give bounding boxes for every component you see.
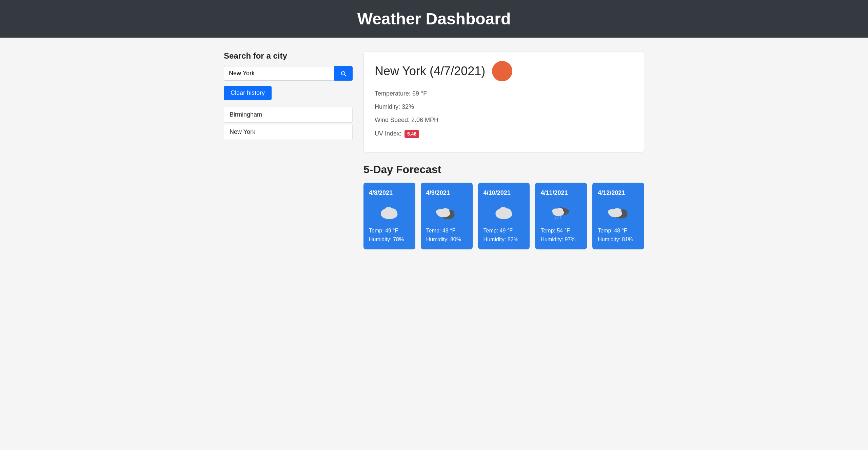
cloud-icon: [492, 204, 516, 221]
forecast-icon-day4: [540, 202, 581, 222]
app-header: Weather Dashboard: [0, 0, 868, 38]
svg-line-19: [555, 217, 556, 219]
search-icon: [340, 70, 347, 77]
forecast-temp-day2: Temp: 48 °F: [426, 228, 467, 234]
forecast-humidity-day3: Humidity: 82%: [484, 237, 525, 243]
partly-cloudy-icon: [435, 204, 458, 221]
rainy-icon: [549, 204, 573, 221]
svg-point-9: [441, 208, 450, 214]
history-list: Birmingham New York: [224, 107, 353, 140]
temperature-detail: Temperature: 69 °F: [375, 89, 633, 98]
history-item[interactable]: Birmingham: [224, 107, 353, 123]
forecast-card-day5: 4/12/2021 Temp: 48 °F Humidity: 81%: [592, 183, 644, 249]
uv-index-detail: UV Index: 5.48: [375, 129, 633, 138]
forecast-date-day2: 4/9/2021: [426, 189, 467, 197]
forecast-humidity-day2: Humidity: 80%: [426, 237, 467, 243]
sun-icon: [492, 61, 512, 81]
forecast-icon-day1: [369, 202, 410, 222]
sidebar: Search for a city Clear history Birmingh…: [224, 51, 353, 249]
forecast-date-day4: 4/11/2021: [540, 189, 581, 197]
forecast-date-day5: 4/12/2021: [598, 189, 639, 197]
current-weather-card: New York (4/7/2021) Temperature: 69 °F H…: [363, 51, 644, 152]
forecast-card-day2: 4/9/2021 Temp: 48 °F Humidity: 80%: [421, 183, 473, 249]
forecast-section: 5-Day Forecast 4/8/2021 Temp: 49 °F: [363, 163, 644, 249]
clear-history-button[interactable]: Clear history: [224, 86, 272, 100]
app-title: Weather Dashboard: [0, 9, 868, 28]
humidity-detail: Humidity: 32%: [375, 103, 633, 111]
forecast-icon-day3: [484, 202, 525, 222]
cloud-icon: [377, 204, 401, 221]
current-city-title: New York (4/7/2021): [375, 64, 485, 78]
forecast-temp-day5: Temp: 48 °F: [598, 228, 639, 234]
svg-line-21: [560, 217, 560, 219]
forecast-temp-day3: Temp: 49 °F: [484, 228, 525, 234]
forecast-card-day1: 4/8/2021 Temp: 49 °F Humidity: 78%: [363, 183, 415, 249]
forecast-card-day3: 4/10/2021 Temp: 49 °F Humidity: 82%: [478, 183, 530, 249]
forecast-humidity-day1: Humidity: 78%: [369, 237, 410, 243]
forecast-title: 5-Day Forecast: [363, 163, 644, 176]
svg-line-20: [558, 217, 558, 219]
forecast-card-day4: 4/11/2021: [535, 183, 587, 249]
svg-point-27: [613, 208, 622, 214]
uv-index-label: UV Index:: [375, 130, 401, 137]
forecast-date-day3: 4/10/2021: [484, 189, 525, 197]
forecast-icon-day5: [598, 202, 639, 222]
uv-index-badge: 5.48: [405, 130, 419, 138]
forecast-temp-day4: Temp: 54 °F: [540, 228, 581, 234]
forecast-humidity-day5: Humidity: 81%: [598, 237, 639, 243]
current-weather-header: New York (4/7/2021): [375, 61, 633, 81]
forecast-grid: 4/8/2021 Temp: 49 °F Humidity: 78%: [363, 183, 644, 249]
svg-point-3: [384, 207, 393, 214]
svg-point-18: [556, 208, 563, 213]
main-layout: Search for a city Clear history Birmingh…: [197, 38, 671, 263]
forecast-date-day1: 4/8/2021: [369, 189, 410, 197]
forecast-temp-day1: Temp: 49 °F: [369, 228, 410, 234]
wind-speed-detail: Wind Speed: 2.06 MPH: [375, 116, 633, 124]
search-input[interactable]: [224, 66, 334, 81]
search-row: [224, 66, 353, 81]
right-panel: New York (4/7/2021) Temperature: 69 °F H…: [363, 51, 644, 249]
forecast-humidity-day4: Humidity: 97%: [540, 237, 581, 243]
partly-cloudy-dark-icon: [607, 204, 630, 221]
svg-point-13: [499, 207, 508, 214]
forecast-icon-day2: [426, 202, 467, 222]
sidebar-section-label: Search for a city: [224, 51, 353, 61]
search-button[interactable]: [334, 66, 353, 81]
history-item[interactable]: New York: [224, 124, 353, 140]
